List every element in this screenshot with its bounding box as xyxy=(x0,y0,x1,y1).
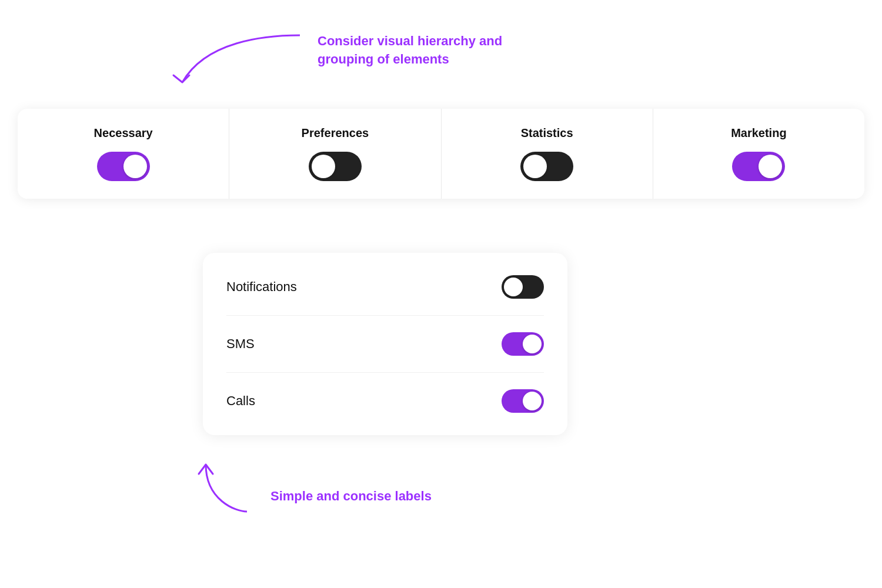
marketing-label: Marketing xyxy=(731,126,786,140)
top-card-item-preferences: Preferences xyxy=(229,109,441,199)
annotation-bottom: Simple and concise labels xyxy=(270,487,432,506)
annotation-top: Consider visual hierarchy and grouping o… xyxy=(318,32,564,69)
statistics-toggle-knob xyxy=(523,155,547,178)
necessary-toggle[interactable] xyxy=(97,152,150,181)
notifications-row: Notifications xyxy=(226,259,544,316)
bottom-card: Notifications SMS Calls xyxy=(203,253,567,435)
marketing-toggle[interactable] xyxy=(732,152,785,181)
preferences-label: Preferences xyxy=(302,126,369,140)
sms-toggle-knob xyxy=(523,335,542,353)
arrow-bottom-icon xyxy=(188,447,282,517)
necessary-toggle-knob xyxy=(123,155,147,178)
preferences-toggle-knob xyxy=(312,155,335,178)
top-card-item-necessary: Necessary xyxy=(18,109,229,199)
calls-label: Calls xyxy=(226,393,255,409)
top-card: Necessary Preferences Statistics Marketi… xyxy=(18,109,864,199)
calls-row: Calls xyxy=(226,373,544,429)
sms-row: SMS xyxy=(226,316,544,373)
notifications-label: Notifications xyxy=(226,279,297,295)
statistics-toggle[interactable] xyxy=(520,152,573,181)
statistics-label: Statistics xyxy=(521,126,573,140)
marketing-toggle-knob xyxy=(759,155,782,178)
top-card-item-marketing: Marketing xyxy=(653,109,864,199)
sms-label: SMS xyxy=(226,336,255,352)
top-card-item-statistics: Statistics xyxy=(442,109,653,199)
calls-toggle[interactable] xyxy=(502,389,544,413)
calls-toggle-knob xyxy=(523,392,542,410)
necessary-label: Necessary xyxy=(94,126,153,140)
arrow-top-icon xyxy=(147,29,323,100)
notifications-toggle[interactable] xyxy=(502,275,544,299)
preferences-toggle[interactable] xyxy=(309,152,362,181)
notifications-toggle-knob xyxy=(504,278,523,296)
sms-toggle[interactable] xyxy=(502,332,544,356)
